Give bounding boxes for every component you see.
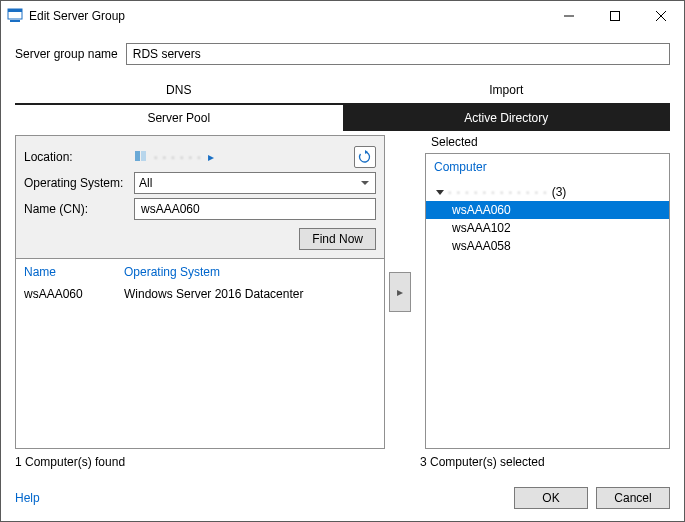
list-item[interactable]: wsAAA060: [426, 201, 669, 219]
maximize-button[interactable]: [592, 1, 638, 31]
main-row: Location: · · · · · · ▸: [15, 135, 670, 449]
find-row: Find Now: [24, 228, 376, 250]
results-panel: Name Operating System wsAAA060 Windows S…: [15, 259, 385, 449]
found-count: 1 Computer(s) found: [15, 455, 410, 469]
minimize-button[interactable]: [546, 1, 592, 31]
svg-rect-2: [10, 20, 20, 22]
svg-rect-1: [8, 9, 22, 12]
os-select[interactable]: All: [134, 172, 376, 194]
tab-server-pool[interactable]: Server Pool: [15, 105, 343, 131]
svg-rect-7: [135, 151, 140, 161]
col-name[interactable]: Name: [16, 259, 116, 283]
name-cn-wrapper: [134, 198, 376, 220]
location-label: Location:: [24, 150, 134, 164]
filter-panel: Location: · · · · · · ▸: [15, 135, 385, 259]
svg-rect-4: [611, 12, 620, 21]
name-cn-label: Name (CN):: [24, 202, 134, 216]
group-name-label: Server group name: [15, 47, 118, 61]
cell-os: Windows Server 2016 Datacenter: [116, 283, 384, 305]
list-item-label: wsAAA102: [452, 221, 511, 235]
tab-import[interactable]: Import: [343, 77, 671, 103]
ok-button[interactable]: OK: [514, 487, 588, 509]
group-name-input[interactable]: [126, 43, 670, 65]
selected-tree: · · · · · · · · · · · · (3) wsAAA060 wsA…: [426, 179, 669, 259]
app-icon: [7, 8, 23, 24]
cell-name: wsAAA060: [16, 283, 116, 305]
window-controls: [546, 1, 684, 31]
os-value: All: [139, 176, 152, 190]
count-row: 1 Computer(s) found 3 Computer(s) select…: [15, 455, 670, 469]
tabs-sub: Server Pool Active Directory: [15, 105, 670, 131]
dialog-window: Edit Server Group Server group name DNS …: [0, 0, 685, 522]
cancel-button[interactable]: Cancel: [596, 487, 670, 509]
table-row[interactable]: wsAAA060 Windows Server 2016 Datacenter: [16, 283, 384, 305]
window-title: Edit Server Group: [29, 9, 546, 23]
titlebar: Edit Server Group: [1, 1, 684, 31]
location-picker[interactable]: · · · · · · ▸: [134, 146, 348, 168]
tree-root[interactable]: · · · · · · · · · · · · (3): [426, 183, 669, 201]
svg-rect-8: [141, 151, 146, 161]
tab-dns[interactable]: DNS: [15, 77, 343, 103]
selected-count: 3 Computer(s) selected: [410, 455, 670, 469]
chevron-right-icon: ▸: [208, 150, 214, 164]
dialog-footer: Help OK Cancel: [1, 481, 684, 521]
tabs-top: DNS Import: [15, 77, 670, 105]
chevron-right-icon: ▸: [397, 285, 403, 299]
list-item[interactable]: wsAAA102: [426, 219, 669, 237]
group-name-row: Server group name: [15, 43, 670, 65]
tree-root-count: (3): [552, 185, 567, 199]
close-button[interactable]: [638, 1, 684, 31]
list-item-label: wsAAA060: [452, 203, 511, 217]
refresh-button[interactable]: [354, 146, 376, 168]
location-path: · · · · · ·: [154, 150, 202, 164]
tree-root-label: · · · · · · · · · · · ·: [448, 185, 548, 199]
selected-column: Selected Computer · · · · · · · · · · · …: [415, 135, 670, 449]
os-label: Operating System:: [24, 176, 134, 190]
col-os[interactable]: Operating System: [116, 259, 384, 283]
name-cn-input[interactable]: [139, 200, 371, 218]
selected-column-header[interactable]: Computer: [426, 154, 669, 179]
find-now-button[interactable]: Find Now: [299, 228, 376, 250]
location-row: Location: · · · · · · ▸: [24, 144, 376, 170]
help-link[interactable]: Help: [15, 491, 40, 505]
name-row: Name (CN):: [24, 196, 376, 222]
add-server-button[interactable]: ▸: [389, 272, 411, 312]
search-column: Location: · · · · · · ▸: [15, 135, 385, 449]
collapse-icon: [436, 190, 444, 195]
tab-active-directory[interactable]: Active Directory: [343, 105, 671, 131]
transfer-column: ▸: [385, 135, 415, 449]
os-row: Operating System: All: [24, 170, 376, 196]
results-table: Name Operating System wsAAA060 Windows S…: [16, 259, 384, 305]
list-item-label: wsAAA058: [452, 239, 511, 253]
domain-icon: [134, 149, 148, 166]
list-item[interactable]: wsAAA058: [426, 237, 669, 255]
dialog-body: Server group name DNS Import Server Pool…: [1, 31, 684, 481]
selected-panel-label: Selected: [415, 135, 670, 153]
selected-box: Computer · · · · · · · · · · · · (3) wsA…: [425, 153, 670, 449]
